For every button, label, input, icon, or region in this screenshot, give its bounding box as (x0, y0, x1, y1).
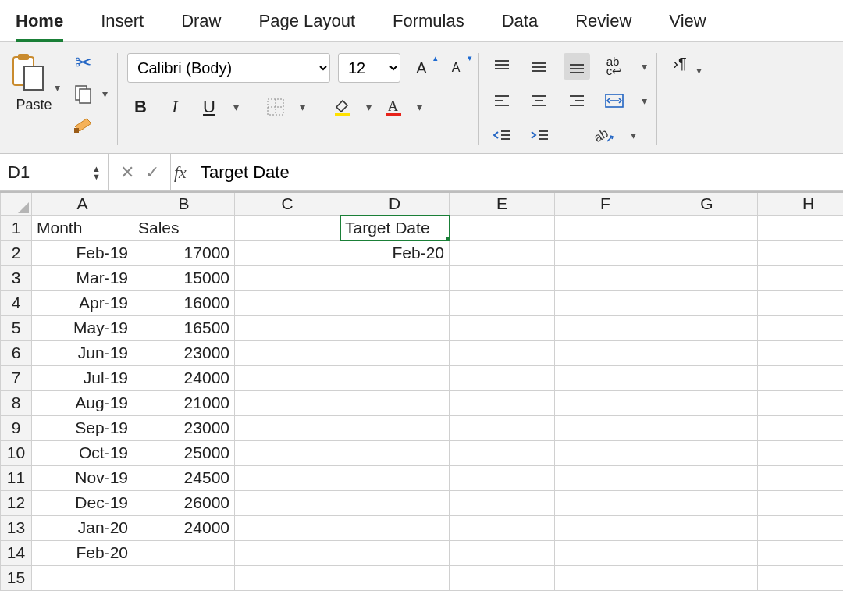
align-left-button[interactable] (489, 87, 515, 114)
cell-B4[interactable]: 16000 (133, 290, 235, 315)
cell-E4[interactable] (450, 290, 555, 315)
orientation-dropdown-chevron-icon[interactable]: ▾ (631, 129, 636, 141)
text-direction-button[interactable]: ›¶ (667, 50, 693, 77)
merge-dropdown-chevron-icon[interactable]: ▾ (642, 94, 647, 107)
column-header-C[interactable]: C (235, 192, 340, 215)
row-header-12[interactable]: 12 (1, 490, 32, 515)
align-right-button[interactable] (564, 87, 590, 114)
cell-F10[interactable] (555, 440, 656, 465)
cell-H1[interactable] (758, 215, 844, 240)
cell-A5[interactable]: May-19 (32, 315, 133, 340)
cell-F2[interactable] (555, 240, 656, 265)
cell-E9[interactable] (450, 415, 555, 440)
column-header-A[interactable]: A (32, 192, 133, 215)
column-header-F[interactable]: F (555, 192, 656, 215)
cell-H9[interactable] (758, 415, 844, 440)
cell-G4[interactable] (656, 290, 758, 315)
cell-G12[interactable] (656, 490, 758, 515)
cell-D1[interactable]: Target Date (340, 215, 450, 240)
font-size-select[interactable]: 12 (338, 53, 400, 83)
row-header-8[interactable]: 8 (1, 390, 32, 415)
cell-F15[interactable] (555, 565, 656, 590)
cell-D12[interactable] (340, 490, 450, 515)
name-box-spinner-icon[interactable]: ▲▼ (92, 165, 101, 180)
cell-B5[interactable]: 16500 (133, 315, 235, 340)
select-all-corner[interactable] (1, 192, 32, 215)
cell-D3[interactable] (340, 265, 450, 290)
row-header-11[interactable]: 11 (1, 465, 32, 490)
cell-D9[interactable] (340, 415, 450, 440)
row-header-5[interactable]: 5 (1, 315, 32, 340)
cell-D15[interactable] (340, 565, 450, 590)
cell-C1[interactable] (235, 215, 340, 240)
cell-G9[interactable] (656, 415, 758, 440)
tab-view[interactable]: View (669, 8, 706, 41)
formula-input[interactable] (194, 154, 843, 190)
paste-dropdown-chevron-icon[interactable]: ▾ (55, 81, 60, 94)
merge-cells-button[interactable] (601, 87, 628, 114)
cell-E7[interactable] (450, 365, 555, 390)
row-header-9[interactable]: 9 (1, 415, 32, 440)
row-header-13[interactable]: 13 (1, 515, 32, 540)
cell-F14[interactable] (555, 540, 656, 565)
column-header-H[interactable]: H (758, 192, 844, 215)
spreadsheet-grid[interactable]: ABCDEFGH 1MonthSalesTarget Date2Feb-1917… (0, 191, 843, 591)
cell-A8[interactable]: Aug-19 (32, 390, 133, 415)
cell-G7[interactable] (656, 365, 758, 390)
tab-review[interactable]: Review (575, 8, 631, 41)
cell-A10[interactable]: Oct-19 (32, 440, 133, 465)
underline-dropdown-chevron-icon[interactable]: ▾ (233, 101, 239, 113)
cell-E13[interactable] (450, 515, 555, 540)
cell-D5[interactable] (340, 315, 450, 340)
column-header-B[interactable]: B (133, 192, 235, 215)
cell-F13[interactable] (555, 515, 656, 540)
copy-icon[interactable] (71, 83, 96, 105)
cell-B15[interactable] (133, 565, 235, 590)
cell-C4[interactable] (235, 290, 340, 315)
column-header-E[interactable]: E (450, 192, 555, 215)
cell-F3[interactable] (555, 265, 656, 290)
cell-C14[interactable] (235, 540, 340, 565)
decrease-indent-button[interactable] (489, 122, 515, 148)
cell-D8[interactable] (340, 390, 450, 415)
cell-G2[interactable] (656, 240, 758, 265)
cell-G5[interactable] (656, 315, 758, 340)
cell-C7[interactable] (235, 365, 340, 390)
cell-G6[interactable] (656, 340, 758, 365)
cell-H2[interactable] (758, 240, 844, 265)
borders-button[interactable] (262, 94, 289, 120)
cell-F8[interactable] (555, 390, 656, 415)
cell-D2[interactable]: Feb-20 (340, 240, 450, 265)
cell-E12[interactable] (450, 490, 555, 515)
row-header-1[interactable]: 1 (1, 215, 32, 240)
row-header-14[interactable]: 14 (1, 540, 32, 565)
cell-A2[interactable]: Feb-19 (32, 240, 133, 265)
row-header-7[interactable]: 7 (1, 365, 32, 390)
row-header-10[interactable]: 10 (1, 440, 32, 465)
cell-E10[interactable] (450, 440, 555, 465)
cell-F12[interactable] (555, 490, 656, 515)
tab-page-layout[interactable]: Page Layout (259, 8, 356, 41)
accept-formula-button[interactable]: ✓ (145, 162, 159, 183)
font-color-dropdown-chevron-icon[interactable]: ▾ (417, 101, 422, 113)
cell-G10[interactable] (656, 440, 758, 465)
row-header-6[interactable]: 6 (1, 340, 32, 365)
tab-draw[interactable]: Draw (181, 8, 221, 41)
cell-G14[interactable] (656, 540, 758, 565)
cell-B10[interactable]: 25000 (133, 440, 235, 465)
cell-C12[interactable] (235, 490, 340, 515)
cut-icon[interactable]: ✂ (71, 52, 96, 73)
cell-F4[interactable] (555, 290, 656, 315)
column-header-G[interactable]: G (656, 192, 758, 215)
cell-A1[interactable]: Month (32, 215, 133, 240)
cell-B2[interactable]: 17000 (133, 240, 235, 265)
cell-C13[interactable] (235, 515, 340, 540)
cell-F7[interactable] (555, 365, 656, 390)
italic-button[interactable]: I (162, 94, 188, 120)
cell-H6[interactable] (758, 340, 844, 365)
tab-insert[interactable]: Insert (101, 8, 144, 41)
cell-H8[interactable] (758, 390, 844, 415)
cell-B6[interactable]: 23000 (133, 340, 235, 365)
name-box[interactable]: D1 ▲▼ (0, 154, 109, 190)
cell-A3[interactable]: Mar-19 (32, 265, 133, 290)
